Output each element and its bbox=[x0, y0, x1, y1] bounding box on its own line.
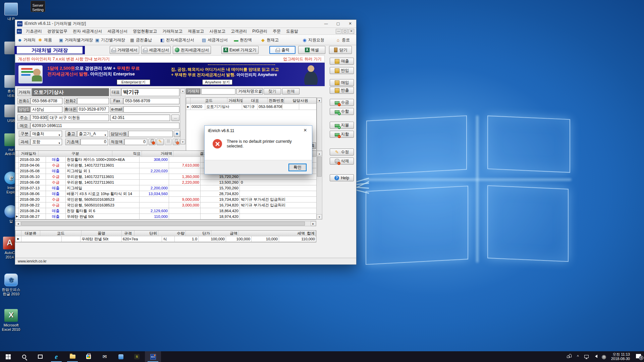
transaction-row[interactable]: 2018-08-06 매출 배풍기 #3.5 시로코 10hp 횔타식 외 14… bbox=[15, 191, 316, 197]
type-dropdown[interactable]: 매출처 bbox=[31, 131, 62, 137]
close-button[interactable]: ✕ bbox=[344, 20, 356, 28]
staff-field[interactable] bbox=[128, 131, 173, 137]
scroll-down-icon[interactable]: ▼ bbox=[180, 139, 185, 144]
people-icon[interactable] bbox=[565, 354, 574, 359]
network-icon[interactable] bbox=[582, 354, 591, 359]
save-record-button[interactable] bbox=[165, 139, 172, 145]
add-record-button[interactable] bbox=[149, 139, 156, 145]
side-action-button[interactable]: Help bbox=[330, 174, 354, 181]
mdi-restore-icon[interactable]: ▢ bbox=[342, 29, 348, 34]
desktop-icon-my-pc[interactable]: 내 P bbox=[0, 3, 23, 21]
edit-record-button[interactable] bbox=[157, 139, 164, 145]
ceo-field[interactable]: 박기규 bbox=[121, 88, 179, 96]
address-search-button[interactable]: ... bbox=[171, 115, 179, 121]
side-action-button[interactable]: 매입 bbox=[330, 79, 354, 86]
side-action-button[interactable]: 반입 bbox=[330, 67, 354, 74]
action-button[interactable]: 닫기 ▼ bbox=[329, 46, 352, 54]
ship-price-dropdown[interactable]: 출고가_A bbox=[77, 131, 108, 137]
toolbar-button[interactable]: 현잔액 bbox=[232, 36, 253, 44]
menu-item[interactable]: 기초관리 bbox=[23, 28, 45, 35]
taskbar-sql-app[interactable]: S bbox=[129, 351, 145, 362]
address2-field[interactable]: 42-351 bbox=[110, 115, 170, 121]
menu-item[interactable]: 전자 세금계산서 bbox=[70, 28, 105, 35]
maximize-button[interactable]: ▢ bbox=[332, 20, 344, 28]
side-action-button[interactable]: 지할 bbox=[330, 131, 354, 138]
toolbar-button[interactable]: 세금계산서 bbox=[200, 36, 229, 44]
scroll-up-icon[interactable]: ▲ bbox=[317, 151, 322, 156]
search-result-row[interactable]: ▶ 00020 오토기기상사 박기규 053-566-8708 bbox=[186, 104, 316, 110]
taskbar-ienrich[interactable]: IErc bbox=[145, 351, 161, 362]
scrollbar-thumb[interactable] bbox=[317, 157, 322, 177]
notice-link-right[interactable]: 업그레이드 하러 가기 bbox=[283, 56, 322, 62]
side-action-button[interactable]: 수금 bbox=[330, 99, 354, 106]
dialog-titlebar[interactable]: iEnrich v6.6.11 ✕ bbox=[205, 126, 312, 136]
scroll-up-icon[interactable]: ▲ bbox=[180, 88, 185, 93]
action-button[interactable]: Excel 가져오기 ▼ bbox=[221, 46, 259, 54]
action-button[interactable]: 전자세금계산서 ▼ bbox=[173, 46, 211, 54]
tel2-field[interactable] bbox=[77, 98, 109, 104]
proper-amount-field[interactable]: 0 bbox=[124, 139, 147, 145]
find-button[interactable]: 찾기 bbox=[264, 88, 281, 95]
enterprise-button[interactable]: Enterprise보기 bbox=[117, 79, 150, 85]
toolbar-button[interactable]: 거래처별거래장 bbox=[57, 36, 94, 44]
menu-item[interactable]: 경영및업무 bbox=[45, 28, 70, 35]
menu-item[interactable]: 주문 bbox=[270, 28, 283, 35]
menu-item[interactable]: 제품보고 bbox=[185, 28, 207, 35]
manager-field[interactable]: 사장님 bbox=[31, 106, 62, 113]
transaction-row[interactable]: 2018-08-24 매출 천정 횔타틀 외 6 2,129,600 18,86… bbox=[15, 208, 316, 214]
biz-name-field[interactable]: 오토기기상사 bbox=[32, 88, 109, 96]
tax-dropdown[interactable]: 포함 bbox=[31, 139, 62, 145]
address1-field[interactable]: 대구 서구 이현동 bbox=[48, 115, 109, 121]
transaction-row[interactable]: 2018-07-13 매출 지그레일 2,200,000 15,700,260 bbox=[15, 185, 316, 191]
action-button[interactable]: 출력 ▼ bbox=[269, 46, 296, 54]
transaction-row[interactable]: 2018-06-08 수금 우리은행, 14017227113601 2,220… bbox=[15, 180, 316, 185]
scroll-left-icon[interactable]: ◀ bbox=[15, 221, 21, 226]
side-action-button[interactable]: 매출 bbox=[330, 58, 354, 65]
action-button[interactable]: 거래명세서 ▼ bbox=[110, 46, 139, 54]
transaction-row[interactable]: 2018-05-10 수금 우리은행, 14017227113601 1,350… bbox=[15, 174, 316, 180]
memo-field[interactable]: 620910-1696111 bbox=[31, 123, 179, 129]
toolbar-button[interactable]: 현재고 bbox=[259, 36, 280, 44]
taskbar-app-blue[interactable] bbox=[113, 351, 129, 362]
base-amount-field[interactable]: 0 bbox=[80, 139, 108, 145]
tray-x-icon[interactable]: ✕ bbox=[600, 354, 608, 359]
menu-item[interactable]: 도움말 bbox=[283, 28, 301, 35]
menu-item[interactable]: 고객관리 bbox=[228, 28, 250, 35]
transaction-row[interactable]: 2018-08-22 수금 국민은행, 56050101638523 3,000… bbox=[15, 202, 316, 208]
side-action-button[interactable]: 지불 bbox=[330, 122, 354, 129]
search-input[interactable] bbox=[201, 88, 235, 95]
start-button[interactable] bbox=[0, 351, 16, 362]
scroll-up-icon[interactable]: ▲ bbox=[317, 98, 322, 103]
fax-field[interactable]: 053-566-8709 bbox=[123, 98, 179, 104]
desktop-icon-hancom[interactable]: ㅎ한컴오피스 한글 2010 bbox=[0, 274, 23, 296]
task-view-button[interactable] bbox=[32, 351, 48, 362]
delete-record-button[interactable] bbox=[173, 139, 180, 145]
notification-center-button[interactable]: 6 bbox=[633, 354, 644, 360]
toolbar-button[interactable]: 거래처 bbox=[16, 36, 37, 44]
desktop-icon-excel[interactable]: XMicrosoft Excel 2010 bbox=[0, 309, 23, 332]
tray-chevron-icon[interactable]: ^ bbox=[574, 354, 582, 359]
toolbar-button[interactable]: 종료 bbox=[334, 36, 351, 44]
toolbar-button[interactable]: 제품 bbox=[37, 36, 53, 44]
promo-banner[interactable]: 1달에 2,500원으로 경영관리 S/W + 무제한 무료 전자세금계산서 발… bbox=[15, 63, 325, 86]
menu-item[interactable]: 세금계산서 bbox=[105, 28, 130, 35]
action-button[interactable]: 엑셀 ▼ bbox=[298, 46, 325, 54]
dialog-close-icon[interactable]: ✕ bbox=[299, 126, 312, 136]
action-button[interactable]: 세금계산서 ▼ bbox=[141, 46, 171, 54]
scrollbar-thumb[interactable] bbox=[21, 222, 305, 226]
toolbar-button[interactable]: 기간별거래장 bbox=[94, 36, 126, 44]
menu-item[interactable]: 사원보고 bbox=[207, 28, 228, 35]
side-action-button[interactable]: 수할 bbox=[330, 108, 354, 115]
taskbar-mail[interactable]: ✉ bbox=[97, 351, 113, 362]
tel1-field[interactable]: 053-566-8708 bbox=[31, 98, 62, 104]
side-action-button[interactable]: 반출 bbox=[330, 87, 354, 94]
titlebar[interactable]: IErc iEnrich v6.6.11 - [거래처별 거래장] — ▢ ✕ bbox=[15, 20, 356, 28]
mdi-minimize-icon[interactable]: — bbox=[336, 29, 341, 34]
minimize-button[interactable]: — bbox=[320, 20, 332, 28]
volume-icon[interactable] bbox=[591, 354, 600, 359]
taskbar-explorer[interactable] bbox=[64, 351, 80, 362]
transactions-vscrollbar[interactable]: ▲ ▼ bbox=[316, 150, 322, 220]
transaction-row[interactable]: 2018-08-20 수금 국민은행, 56050101638523 9,000… bbox=[15, 197, 316, 202]
all-button[interactable]: 전체 bbox=[282, 88, 300, 95]
staff-search-button[interactable] bbox=[174, 131, 180, 137]
